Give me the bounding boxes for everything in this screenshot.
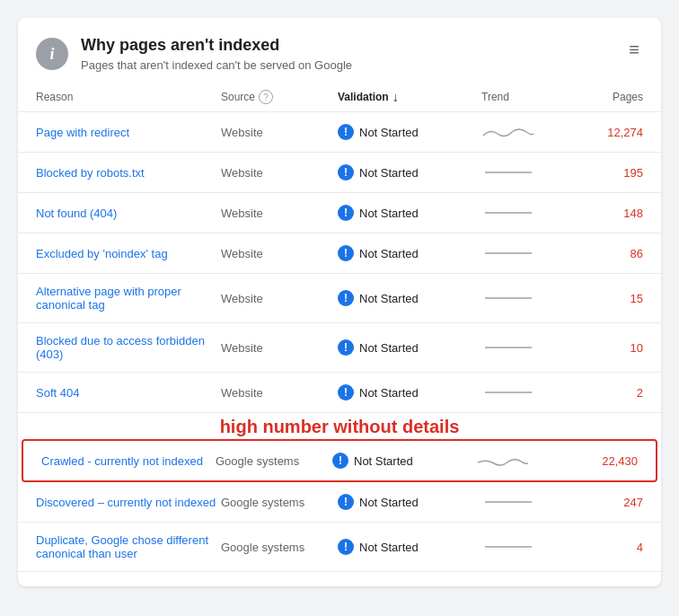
row-source: Google systems — [221, 496, 338, 509]
validation-status: Not Started — [359, 541, 419, 554]
trend-line-wavy2 — [476, 452, 530, 470]
row-reason[interactable]: Blocked due to access forbidden (403) — [36, 334, 221, 361]
table-row[interactable]: Discovered – currently not indexed Googl… — [18, 482, 661, 523]
row-pages: 15 — [571, 292, 643, 305]
col-trend: Trend — [481, 90, 571, 104]
row-pages: 195 — [571, 166, 643, 180]
validation-dot: ! — [338, 539, 354, 555]
row-pages: 2 — [571, 386, 643, 400]
validation-dot: ! — [338, 339, 354, 356]
row-validation: ! Not Started — [338, 245, 481, 261]
validation-status: Not Started — [359, 386, 419, 400]
row-pages: 148 — [571, 207, 643, 220]
row-source: Website — [221, 166, 338, 180]
table-row[interactable]: Duplicate, Google chose different canoni… — [18, 523, 661, 572]
validation-dot: ! — [338, 384, 354, 400]
trend-line-flat — [481, 339, 535, 356]
row-source: Website — [221, 386, 338, 400]
table-row[interactable]: Blocked by robots.txt Website ! Not Star… — [18, 153, 661, 193]
trend-line-wavy — [481, 123, 535, 141]
sort-arrow-icon[interactable]: ↓ — [392, 90, 399, 104]
validation-dot: ! — [338, 124, 354, 140]
row-reason[interactable]: Alternative page with proper canonical t… — [36, 285, 221, 312]
row-source: Website — [221, 341, 338, 355]
row-source: Google systems — [221, 541, 338, 554]
card-header: i Why pages aren't indexed Pages that ar… — [18, 18, 661, 83]
row-validation: ! Not Started — [338, 339, 481, 356]
table-container: Reason Source ? Validation ↓ Trend Pages… — [18, 83, 661, 572]
row-pages: 247 — [571, 496, 643, 509]
row-reason[interactable]: Page with redirect — [36, 126, 221, 139]
col-pages: Pages — [571, 90, 643, 104]
row-reason[interactable]: Crawled - currently not indexed — [41, 454, 216, 468]
row-validation: ! Not Started — [338, 539, 481, 555]
validation-status: Not Started — [359, 496, 419, 509]
row-reason[interactable]: Not found (404) — [36, 207, 221, 220]
row-pages: 12,274 — [571, 126, 643, 139]
row-validation: ! Not Started — [338, 384, 481, 400]
col-validation: Validation ↓ — [338, 90, 481, 104]
col-reason: Reason — [36, 90, 221, 104]
row-validation: ! Not Started — [338, 205, 481, 221]
row-reason[interactable]: Blocked by robots.txt — [36, 166, 221, 180]
col-source: Source ? — [221, 90, 338, 104]
validation-dot: ! — [338, 245, 354, 261]
row-validation: ! Not Started — [338, 494, 481, 510]
row-source: Website — [221, 247, 338, 260]
table-row[interactable]: Alternative page with proper canonical t… — [18, 274, 661, 323]
validation-status: Not Started — [359, 126, 419, 139]
table-row[interactable]: Page with redirect Website ! Not Started… — [18, 112, 661, 153]
header-text: Why pages aren't indexed Pages that aren… — [81, 36, 352, 72]
row-reason[interactable]: Excluded by 'noindex' tag — [36, 247, 221, 260]
trend-line-flat — [481, 163, 535, 181]
row-trend — [481, 123, 571, 141]
trend-line-flat — [481, 244, 535, 262]
validation-status: Not Started — [359, 247, 419, 260]
validation-dot: ! — [338, 290, 354, 306]
row-trend — [481, 339, 571, 356]
trend-line-flat — [481, 538, 535, 556]
row-trend — [481, 493, 571, 511]
trend-line-flat — [481, 383, 535, 401]
row-validation: ! Not Started — [332, 453, 476, 469]
card: i Why pages aren't indexed Pages that ar… — [18, 18, 661, 586]
row-reason[interactable]: Discovered – currently not indexed — [36, 496, 221, 509]
trend-line-flat — [481, 289, 535, 307]
row-source: Website — [221, 292, 338, 305]
validation-status: Not Started — [359, 166, 419, 180]
row-source: Google systems — [216, 454, 332, 468]
info-icon: i — [36, 38, 68, 70]
row-reason[interactable]: Soft 404 — [36, 386, 221, 400]
page-subtitle: Pages that aren't indexed can't be serve… — [81, 58, 352, 72]
row-trend — [481, 383, 571, 401]
validation-dot: ! — [332, 453, 348, 469]
table-body: Page with redirect Website ! Not Started… — [18, 112, 661, 572]
row-reason[interactable]: Duplicate, Google chose different canoni… — [36, 533, 221, 560]
source-help-icon[interactable]: ? — [259, 90, 273, 104]
trend-line-flat — [481, 493, 535, 511]
row-trend — [476, 452, 566, 470]
row-trend — [481, 163, 571, 181]
validation-status: Not Started — [354, 454, 413, 468]
row-validation: ! Not Started — [338, 290, 481, 306]
row-trend — [481, 244, 571, 262]
row-source: Website — [221, 126, 338, 139]
row-trend — [481, 289, 571, 307]
table-header: Reason Source ? Validation ↓ Trend Pages — [18, 83, 661, 112]
table-row[interactable]: Soft 404 Website ! Not Started 2 — [18, 373, 661, 413]
table-row[interactable]: Excluded by 'noindex' tag Website ! Not … — [18, 233, 661, 274]
validation-status: Not Started — [359, 207, 419, 220]
validation-status: Not Started — [359, 292, 419, 305]
row-pages: 4 — [571, 541, 643, 554]
table-row[interactable]: Not found (404) Website ! Not Started 14… — [18, 193, 661, 233]
table-row[interactable]: Blocked due to access forbidden (403) We… — [18, 323, 661, 373]
annotation: high number without details — [18, 413, 661, 439]
table-row[interactable]: Crawled - currently not indexed Google s… — [22, 439, 657, 482]
annotation-text: high number without details — [220, 417, 460, 436]
filter-icon[interactable]: ≡ — [625, 36, 643, 64]
row-source: Website — [221, 207, 338, 220]
header-left: i Why pages aren't indexed Pages that ar… — [36, 36, 352, 72]
row-pages: 10 — [571, 341, 643, 355]
row-pages: 86 — [571, 247, 643, 260]
trend-line-flat — [481, 204, 535, 222]
